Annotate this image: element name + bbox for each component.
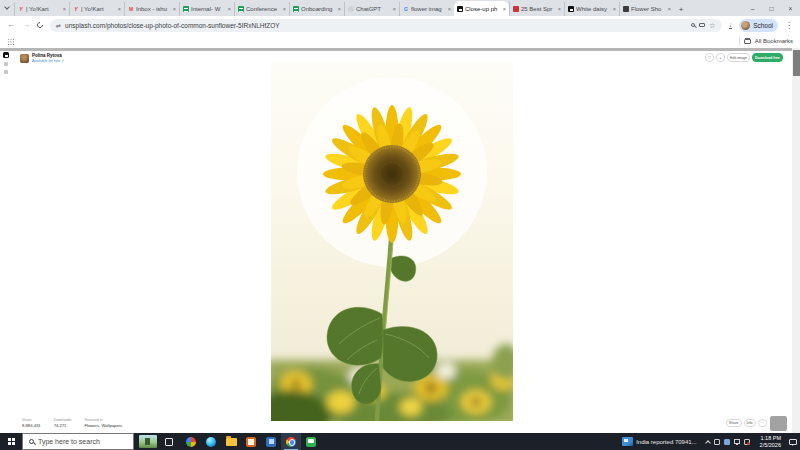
taskbar-app-edge[interactable] xyxy=(201,433,221,450)
action-center-icon xyxy=(789,439,797,445)
address-bar[interactable]: ⇄ unsplash.com/photos/close-up-photo-of-… xyxy=(50,19,722,32)
back-button[interactable]: ← xyxy=(7,21,15,29)
share-button[interactable]: Share xyxy=(726,419,742,427)
action-center-button[interactable] xyxy=(786,433,800,450)
browser-tab[interactable]: Flower Sho× xyxy=(619,2,674,16)
tab-label: | Yo!Kart xyxy=(81,6,116,12)
browser-toolbar: ← → ⇄ unsplash.com/photos/close-up-photo… xyxy=(0,16,800,34)
task-view-icon xyxy=(165,438,173,446)
chevron-down-icon xyxy=(4,4,10,10)
page-scrollbar[interactable] xyxy=(792,48,800,433)
tab-close-icon[interactable]: × xyxy=(63,6,66,12)
send-to-device-icon[interactable] xyxy=(699,23,705,28)
taskbar-news-ticker[interactable]: India reported 70941... xyxy=(618,433,700,450)
zoom-indicator-icon[interactable] xyxy=(691,23,696,28)
taskbar-app-chat[interactable] xyxy=(301,433,321,450)
chatgpt-favicon xyxy=(348,6,354,12)
taskbar-app-store[interactable] xyxy=(181,433,201,450)
start-button[interactable] xyxy=(0,433,22,450)
scrollbar-thumb[interactable] xyxy=(793,50,800,76)
page-overlay-widget[interactable] xyxy=(770,416,787,431)
info-button[interactable]: Info xyxy=(744,419,756,427)
taskbar-app-chrome-active[interactable] xyxy=(281,433,301,450)
bookmark-star-icon[interactable]: ☆ xyxy=(709,22,715,29)
security-tray-icon[interactable] xyxy=(714,439,720,445)
minimize-button[interactable]: – xyxy=(743,0,762,16)
tab-search-button[interactable] xyxy=(0,0,14,16)
site-favicon xyxy=(623,6,629,12)
folder-icon xyxy=(744,39,751,44)
browser-tab[interactable]: 25 Best Spr× xyxy=(509,2,564,16)
new-tab-button[interactable]: + xyxy=(674,2,688,16)
add-to-collection-button[interactable]: + xyxy=(716,53,725,62)
task-view-button[interactable] xyxy=(161,433,177,450)
tab-close-icon[interactable]: × xyxy=(613,6,616,12)
tab-close-icon[interactable]: × xyxy=(503,6,506,12)
tab-close-icon[interactable]: × xyxy=(393,6,396,12)
tab-close-icon[interactable]: × xyxy=(668,6,671,12)
apps-grid-icon[interactable] xyxy=(7,38,14,45)
taskbar-app-file-explorer[interactable] xyxy=(221,433,241,450)
display-tray-icon[interactable] xyxy=(734,439,740,444)
tab-close-icon[interactable]: × xyxy=(228,6,231,12)
edit-image-button[interactable]: Edit image xyxy=(727,53,750,62)
like-button[interactable]: ♡ xyxy=(705,53,714,62)
tab-close-icon[interactable]: × xyxy=(338,6,341,12)
profile-avatar xyxy=(741,21,750,30)
photographer-avatar[interactable] xyxy=(20,54,29,63)
close-button[interactable]: × xyxy=(781,0,800,16)
browser-tab[interactable]: White daisy× xyxy=(564,2,619,16)
tab-label: Inbox - ishu xyxy=(136,6,171,12)
more-options-button[interactable]: ··· xyxy=(758,419,768,427)
tab-close-icon[interactable]: × xyxy=(558,6,561,12)
divider xyxy=(739,37,740,45)
volume-muted-tray-icon[interactable] xyxy=(744,439,750,445)
tab-close-icon[interactable]: × xyxy=(118,6,121,12)
browser-tab[interactable]: Gflower imag× xyxy=(399,2,454,16)
news-headline: India reported 70941... xyxy=(636,439,696,445)
unsplash-photo-page: Polina Rytova Available for hire✓ ♡ + Ed… xyxy=(0,48,800,433)
tab-label: | Yo!Kart xyxy=(26,6,61,12)
tab-label: Flower Sho xyxy=(631,6,666,12)
photographer-status[interactable]: Available for hire✓ xyxy=(32,59,64,64)
photographer-block[interactable]: Polina Rytova Available for hire✓ xyxy=(20,53,64,63)
tab-close-icon[interactable]: × xyxy=(283,6,286,12)
browser-tab[interactable]: Y| Yo!Kart× xyxy=(14,2,69,16)
browser-tab[interactable]: Conference× xyxy=(234,2,289,16)
sunflower-photo[interactable] xyxy=(271,62,513,421)
maximize-button[interactable]: □ xyxy=(762,0,781,16)
menu-kebab-icon[interactable]: ⋮ xyxy=(785,21,793,30)
browser-tab[interactable]: Y| Yo!Kart× xyxy=(69,2,124,16)
onedrive-tray-icon[interactable] xyxy=(724,439,730,445)
unsplash-logo[interactable] xyxy=(3,52,9,58)
mail-icon xyxy=(246,437,256,447)
unsplash-favicon xyxy=(568,6,574,12)
browser-tab[interactable]: ChatGPT× xyxy=(344,2,399,16)
browser-tab[interactable]: Internal- W× xyxy=(179,2,234,16)
taskbar-search-box[interactable]: Type here to search xyxy=(22,433,134,450)
news-interests-widget[interactable] xyxy=(139,435,157,448)
chrome-icon xyxy=(286,437,296,447)
side-icon xyxy=(4,62,8,66)
browser-tab[interactable]: Onboarding× xyxy=(289,2,344,16)
sheets-favicon xyxy=(293,6,299,12)
browser-tab-active[interactable]: Close-up ph× xyxy=(454,1,509,16)
profile-chip[interactable]: School xyxy=(739,19,778,32)
forward-button[interactable]: → xyxy=(22,21,30,29)
taskbar-app-mail[interactable] xyxy=(241,433,261,450)
search-icon xyxy=(29,439,34,444)
hidden-icons-chevron[interactable] xyxy=(705,440,711,446)
taskbar-clock[interactable]: 1:18 PM 2/5/2026 xyxy=(760,435,781,448)
download-free-button[interactable]: Download free xyxy=(752,53,783,62)
downloads-icon[interactable]: ↓ xyxy=(729,21,733,29)
browser-tab[interactable]: MInbox - ishu× xyxy=(124,2,179,16)
reload-button[interactable] xyxy=(36,21,44,29)
site-settings-icon[interactable]: ⇄ xyxy=(56,22,61,29)
tab-close-icon[interactable]: × xyxy=(173,6,176,12)
all-bookmarks-label[interactable]: All Bookmarks xyxy=(755,38,793,44)
stat-downloads: Downloads 74,271 xyxy=(54,418,72,428)
site-favicon xyxy=(513,6,519,12)
tab-label: 25 Best Spr xyxy=(521,6,556,12)
tab-close-icon[interactable]: × xyxy=(448,6,451,12)
taskbar-app-photos[interactable] xyxy=(261,433,281,450)
